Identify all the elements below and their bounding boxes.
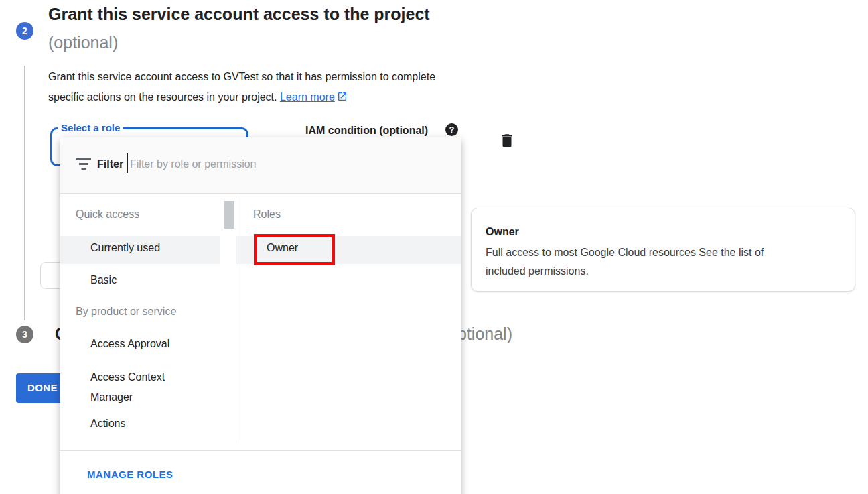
annotation-highlight-box — [254, 234, 335, 265]
category-item-access-context-manager[interactable]: Access Context Manager — [90, 367, 191, 408]
role-dropdown-panel: Filter Quick access Currently used Basic… — [60, 137, 461, 494]
grant-service-account-access-screen: 2 Grant this service account access to t… — [0, 0, 868, 494]
filter-icon — [76, 158, 91, 173]
delete-role-button[interactable] — [498, 132, 516, 149]
role-description-card: Owner Full access to most Google Cloud r… — [471, 208, 855, 292]
category-item-actions[interactable]: Actions — [90, 418, 125, 430]
step-2-description: Grant this service account access to GVT… — [48, 67, 557, 109]
role-card-body-line-2: included permissions. — [486, 262, 764, 281]
role-select-label: Select a role — [58, 122, 123, 133]
step-3-badge: 3 — [16, 326, 33, 343]
filter-row: Filter — [60, 137, 461, 194]
footer-divider — [60, 450, 461, 451]
section-header-by-product: By product or service — [76, 306, 176, 318]
text-cursor — [127, 153, 128, 173]
step-connector-line — [24, 66, 25, 320]
step-2-title: Grant this service account access to the… — [48, 5, 430, 24]
help-icon[interactable]: ? — [445, 123, 458, 136]
trash-icon — [498, 140, 516, 151]
description-line-1: Grant this service account access to GVT… — [48, 67, 557, 87]
external-link-icon — [337, 88, 348, 109]
role-card-title: Owner — [486, 226, 519, 238]
role-card-body: Full access to most Google Cloud resourc… — [486, 243, 764, 281]
manage-roles-button[interactable]: MANAGE ROLES — [87, 469, 173, 480]
step-2-title-optional: (optional) — [48, 33, 118, 52]
role-card-body-line-1: Full access to most Google Cloud resourc… — [486, 243, 764, 262]
learn-more-link[interactable]: Learn more — [280, 91, 335, 103]
description-line-2: specific actions on the resources in you… — [48, 91, 277, 103]
section-header-roles: Roles — [253, 208, 281, 221]
filter-input[interactable] — [130, 152, 411, 176]
section-header-quick-access: Quick access — [76, 208, 139, 221]
step-3-heading-fragment-right: ptional) — [457, 324, 512, 344]
filter-label: Filter — [97, 158, 123, 170]
step-2-badge: 2 — [16, 22, 33, 40]
scrollbar-thumb[interactable] — [224, 201, 234, 229]
category-item-basic[interactable]: Basic — [90, 274, 117, 286]
category-item-access-approval[interactable]: Access Approval — [90, 338, 169, 350]
iam-condition-label: IAM condition (optional) — [305, 125, 428, 137]
category-item-currently-used[interactable]: Currently used — [90, 242, 160, 254]
column-divider — [236, 196, 236, 443]
